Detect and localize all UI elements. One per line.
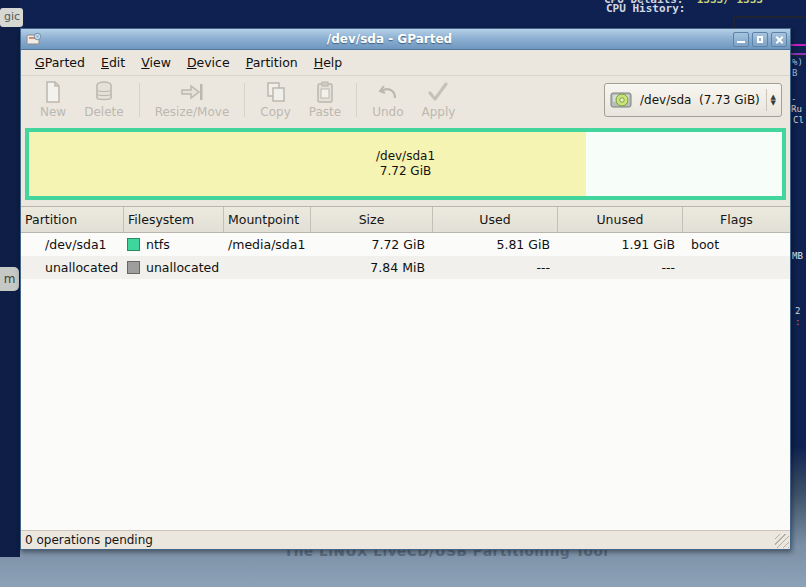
- menu-partition[interactable]: Partition: [238, 51, 306, 74]
- column-header-filesystem[interactable]: Filesystem: [124, 207, 224, 232]
- flags-cell: boot: [683, 233, 790, 256]
- unused-cell: ---: [558, 256, 683, 279]
- gparted-window-icon: [26, 32, 42, 46]
- partition-cell: unallocated: [21, 256, 124, 279]
- desktop-icon-label-bottom[interactable]: m: [0, 267, 19, 291]
- filesystem-cell: unallocated: [124, 256, 224, 279]
- column-header-partition[interactable]: Partition: [21, 207, 124, 232]
- new-button[interactable]: New: [31, 78, 75, 121]
- minimize-button[interactable]: [733, 32, 749, 47]
- mountpoint-cell: [224, 256, 311, 279]
- filesystem-color-swatch: [127, 238, 140, 251]
- partition-visual-label: /dev/sda1 7.72 GiB: [29, 132, 782, 196]
- maximize-icon: [757, 36, 763, 43]
- combo-spinner-icon: ▲▼: [766, 89, 776, 111]
- column-header-size[interactable]: Size: [311, 207, 433, 232]
- copy-button[interactable]: Copy: [251, 78, 299, 121]
- undo-button[interactable]: Undo: [363, 78, 412, 121]
- desktop-text-fragment: Cl: [793, 115, 804, 125]
- size-cell: 7.72 GiB: [311, 233, 433, 256]
- table-empty-area: [21, 279, 790, 530]
- used-cell: 5.81 GiB: [433, 233, 558, 256]
- menu-device[interactable]: Device: [179, 51, 238, 74]
- gparted-window: /dev/sda - GParted GParted Edit View Dev…: [20, 28, 791, 550]
- conky-cpu-history-label: CPU History:: [606, 2, 685, 15]
- table-row-sda1[interactable]: /dev/sda1 ntfs /media/sda1 7.72 GiB 5.81…: [21, 233, 790, 256]
- toolbar-separator: [244, 83, 245, 117]
- menu-help[interactable]: Help: [306, 51, 351, 74]
- menu-edit[interactable]: Edit: [93, 51, 133, 74]
- table-header: Partition Filesystem Mountpoint Size Use…: [21, 206, 790, 233]
- desktop-graph-line-magenta: [791, 44, 806, 46]
- desktop-text-fragment: %): [792, 57, 803, 67]
- paste-icon: [314, 80, 336, 104]
- desktop-icon-label-magic[interactable]: gic: [0, 8, 23, 27]
- menu-view[interactable]: View: [133, 51, 179, 74]
- maximize-button[interactable]: [752, 32, 768, 47]
- desktop-text-fragment: B: [792, 68, 797, 78]
- desktop-text-fragment: :: [795, 317, 800, 327]
- column-header-mountpoint[interactable]: Mountpoint: [224, 207, 311, 232]
- unused-cell: 1.91 GiB: [558, 233, 683, 256]
- new-partition-icon: [42, 80, 64, 104]
- apply-button[interactable]: Apply: [413, 78, 465, 121]
- table-row-unallocated[interactable]: unallocated unallocated 7.84 MiB --- ---: [21, 256, 790, 279]
- partition-visual[interactable]: /dev/sda1 7.72 GiB: [25, 128, 786, 200]
- undo-icon: [376, 80, 400, 104]
- resize-move-button[interactable]: Resize/Move: [146, 78, 239, 121]
- column-header-used[interactable]: Used: [433, 207, 558, 232]
- desktop-text-fragment: 2: [795, 306, 800, 316]
- device-selector-value: /dev/sda (7.73 GiB): [640, 93, 766, 107]
- filesystem-color-swatch: [127, 261, 140, 274]
- toolbar-separator: [139, 83, 140, 117]
- device-selector[interactable]: /dev/sda (7.73 GiB) ▲▼: [604, 83, 782, 117]
- partition-table: /dev/sda1 ntfs /media/sda1 7.72 GiB 5.81…: [21, 233, 790, 279]
- column-header-flags[interactable]: Flags: [683, 207, 790, 232]
- toolbar-separator: [356, 83, 357, 117]
- disk-device-icon: [610, 90, 634, 110]
- pending-operations-status: 0 operations pending: [25, 533, 153, 547]
- menu-bar: GParted Edit View Device Partition Help: [21, 50, 790, 76]
- apply-icon: [426, 80, 450, 104]
- copy-icon: [264, 80, 288, 104]
- status-bar: 0 operations pending: [21, 530, 790, 549]
- resize-move-icon: [179, 80, 205, 104]
- desktop-text-fragment: Ru: [791, 104, 802, 114]
- desktop-text-fragment: MB: [792, 251, 803, 261]
- used-cell: ---: [433, 256, 558, 279]
- minimize-icon: [737, 41, 745, 43]
- column-header-unused[interactable]: Unused: [558, 207, 683, 232]
- desktop-graph-line-purple: [791, 53, 806, 55]
- window-title: /dev/sda - GParted: [46, 32, 733, 46]
- paste-button[interactable]: Paste: [300, 78, 350, 121]
- resize-grip[interactable]: [775, 534, 789, 548]
- filesystem-cell: ntfs: [124, 233, 224, 256]
- disk-visual-area: /dev/sda1 7.72 GiB: [21, 123, 790, 206]
- titlebar[interactable]: /dev/sda - GParted: [21, 29, 790, 50]
- menu-gparted[interactable]: GParted: [27, 51, 93, 74]
- partition-cell: /dev/sda1: [21, 233, 124, 256]
- size-cell: 7.84 MiB: [311, 256, 433, 279]
- flags-cell: [683, 256, 790, 279]
- delete-button[interactable]: Delete: [75, 78, 132, 121]
- toolbar: New Delete Resize/Move Copy: [21, 76, 790, 123]
- close-button[interactable]: [771, 32, 787, 47]
- mountpoint-cell: /media/sda1: [224, 233, 311, 256]
- delete-partition-icon: [93, 80, 115, 104]
